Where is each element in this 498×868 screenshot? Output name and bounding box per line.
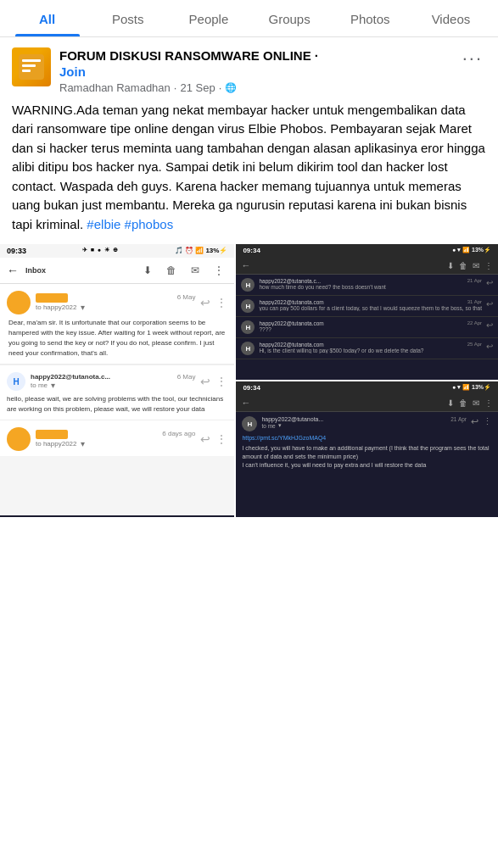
- tab-groups[interactable]: Groups: [249, 0, 330, 36]
- svg-rect-1: [22, 59, 41, 62]
- author-name: Ramadhan Ramadhan: [59, 81, 171, 94]
- dark-email-item: H happy2022@tutanota.com 22 Apr ???? ↩: [236, 317, 498, 338]
- sender-rb: happy2022@tutanota...: [261, 416, 323, 422]
- date-rb: 21 Apr: [450, 416, 467, 422]
- email1-body: Dear, ma'am sir. It is unfortunate that …: [7, 318, 227, 359]
- image-grid: 09:33 ✈ ■ ● ☀ ⊕ 🎵 ⏰ 📶 13%⚡ ← Inbox ⬇ 🗑 ✉…: [0, 244, 498, 517]
- mail-icon-rb[interactable]: ✉: [473, 398, 479, 408]
- more-options-button[interactable]: ···: [459, 47, 486, 70]
- dark-email-item: H happy2022@tutanota.com 31 Apr you can …: [236, 296, 498, 317]
- status-icons-left: ✈ ■ ● ☀ ⊕: [82, 247, 119, 255]
- sender1-label: [36, 293, 68, 303]
- to-rb: to me ▾: [261, 422, 467, 429]
- battery-left: 🎵 ⏰ 📶 13%⚡: [175, 247, 228, 255]
- more-rb[interactable]: ⋮: [484, 398, 493, 408]
- reply-rb[interactable]: ↩: [471, 416, 478, 427]
- link-rb[interactable]: https://pmt.sc/YMkHJGzoMAQ4: [242, 435, 492, 441]
- dark-email-item: H happy2022@tutanota.c... 21 Apr how muc…: [236, 275, 498, 296]
- email-list-right-top: H happy2022@tutanota.c... 21 Apr how muc…: [236, 275, 498, 359]
- tab-people[interactable]: People: [168, 0, 249, 36]
- sender2-avatar: H: [7, 372, 25, 391]
- tab-photos[interactable]: Photos: [330, 0, 411, 36]
- to-line3: to happy2022 ▾: [36, 439, 195, 448]
- post-date: 21 Sep: [180, 81, 215, 94]
- screenshot-right-bottom[interactable]: 09:34 ● ▾ 📶 13%⚡ ← ⬇ 🗑 ✉ ⋮: [236, 381, 498, 517]
- separator: ·: [174, 81, 177, 94]
- post-body: WARNING.Ada teman yang nekat membayar ha…: [0, 101, 498, 245]
- dark-email-item: H happy2022@tutanota.com 25 Apr Hi, is t…: [236, 338, 498, 359]
- status-bar-right-bottom: 09:34 ● ▾ 📶 13%⚡: [236, 381, 498, 394]
- sender2-name: happy2022@tutanota.c...: [31, 373, 110, 381]
- time-rt: 09:34: [243, 247, 260, 254]
- more-icon3[interactable]: ⋮: [215, 432, 227, 446]
- screenshot-right-top[interactable]: 09:34 ● ▾ 📶 13%⚡ ← ⬇ 🗑 ✉ ⋮ H: [236, 244, 498, 380]
- status-bar-right-top: 09:34 ● ▾ 📶 13%⚡: [236, 244, 498, 257]
- reply-icon3[interactable]: ↩: [200, 432, 210, 446]
- time-left: 09:33: [7, 247, 26, 255]
- svg-rect-3: [22, 70, 31, 72]
- del-icon-rt[interactable]: 🗑: [459, 261, 467, 270]
- join-button[interactable]: Join: [59, 64, 86, 79]
- more-rt[interactable]: ⋮: [484, 261, 493, 270]
- sender3-label: [36, 430, 68, 439]
- reply-icon2[interactable]: ↩: [200, 375, 210, 388]
- dl-icon-rt[interactable]: ⬇: [447, 261, 454, 270]
- avatar-image: [12, 47, 51, 86]
- to-line2: to me ▾: [31, 381, 195, 390]
- post-hashtags[interactable]: #elbie #phobos: [83, 217, 173, 231]
- download-icon[interactable]: ⬇: [139, 262, 156, 279]
- back-rb[interactable]: ←: [241, 398, 250, 408]
- delete-icon[interactable]: 🗑: [163, 262, 180, 279]
- tab-posts[interactable]: Posts: [87, 0, 168, 36]
- email2-body: hello, please wait, we are solving probl…: [7, 394, 227, 415]
- del-icon-rb[interactable]: 🗑: [459, 398, 467, 408]
- date1: 6 May: [177, 293, 196, 303]
- inbox-label: Inbox: [25, 266, 132, 275]
- mail-icon-rt[interactable]: ✉: [473, 261, 479, 270]
- mail-icon[interactable]: ✉: [187, 262, 204, 279]
- date3: 6 days ago: [162, 430, 195, 439]
- author-line: Ramadhan Ramadhan · 21 Sep · 🌐: [59, 81, 450, 94]
- post-card: FORUM DISKUSI RANSOMWARE ONLINE · Join R…: [0, 37, 498, 517]
- to-line1: to happy2022 ▾: [36, 303, 195, 312]
- more-icon-left[interactable]: ⋮: [210, 262, 227, 279]
- post-meta: FORUM DISKUSI RANSOMWARE ONLINE · Join R…: [59, 47, 450, 94]
- icons-rt: ● ▾ 📶 13%⚡: [452, 247, 491, 254]
- email-detail-rb: H happy2022@tutanota... 21 Apr to me ▾: [236, 412, 498, 474]
- screenshot-left[interactable]: 09:33 ✈ ■ ● ☀ ⊕ 🎵 ⏰ 📶 13%⚡ ← Inbox ⬇ 🗑 ✉…: [0, 244, 234, 517]
- status-bar-left: 09:33 ✈ ■ ● ☀ ⊕ 🎵 ⏰ 📶 13%⚡: [0, 244, 234, 258]
- body-rb: I checked, you will have to make an addi…: [242, 444, 492, 470]
- more-rb2[interactable]: ⋮: [483, 416, 492, 427]
- top-nav: All Posts People Groups Photos Videos: [0, 0, 498, 37]
- visibility-icon: 🌐: [225, 82, 237, 93]
- screenshots-right: 09:34 ● ▾ 📶 13%⚡ ← ⬇ 🗑 ✉ ⋮ H: [236, 244, 498, 517]
- svg-rect-2: [22, 64, 36, 67]
- date2: 6 May: [177, 373, 196, 381]
- back-rt[interactable]: ←: [241, 260, 250, 270]
- avatar: [12, 47, 51, 86]
- back-button-left[interactable]: ←: [7, 264, 19, 277]
- group-name[interactable]: FORUM DISKUSI RANSOMWARE ONLINE ·: [59, 47, 318, 64]
- post-text: WARNING.Ada teman yang nekat membayar ha…: [12, 103, 485, 231]
- more-icon2[interactable]: ⋮: [215, 375, 227, 388]
- reply-icon1[interactable]: ↩: [200, 296, 210, 309]
- separator2: ·: [219, 81, 222, 94]
- icons-rb: ● ▾ 📶 13%⚡: [452, 384, 491, 392]
- time-rb: 09:34: [243, 384, 260, 392]
- tab-videos[interactable]: Videos: [411, 0, 491, 36]
- sender-avatar-rb: H: [242, 416, 257, 431]
- more-icon1[interactable]: ⋮: [215, 296, 227, 309]
- tab-all[interactable]: All: [7, 0, 87, 36]
- dl-icon-rb[interactable]: ⬇: [447, 398, 454, 408]
- post-header: FORUM DISKUSI RANSOMWARE ONLINE · Join R…: [0, 37, 498, 101]
